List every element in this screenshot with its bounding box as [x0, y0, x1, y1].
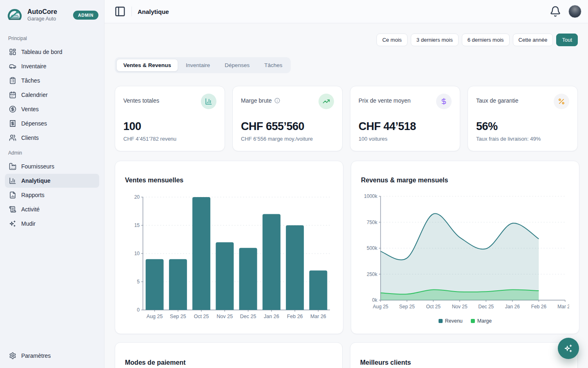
svg-text:500k: 500k [367, 245, 378, 251]
stat-icon [554, 94, 569, 109]
sidebar-item-taches[interactable]: Tâches [5, 74, 99, 88]
sidebar-item-analytique[interactable]: Analytique [5, 174, 99, 188]
admin-badge: ADMIN [73, 11, 98, 20]
sidebar-item-parametres[interactable]: Paramètres [5, 349, 99, 363]
main-area: Analytique Ce mois3 derniers mois6 derni… [105, 0, 588, 368]
sidebar-item-label: Mudir [21, 220, 36, 227]
sidebar-item-ventes[interactable]: Ventes [5, 102, 99, 116]
bar-mar-26[interactable] [309, 270, 327, 310]
svg-text:Feb 26: Feb 26 [531, 304, 547, 310]
tab-inventaire[interactable]: Inventaire [179, 59, 217, 72]
sidebar-item-label: Clients [21, 135, 39, 141]
avatar[interactable] [568, 5, 581, 18]
topbar: Analytique [105, 0, 588, 23]
stat-value: 100 [123, 120, 216, 133]
sidebar-item-label: Tâches [21, 77, 40, 84]
legend-label: Marge [477, 318, 492, 324]
users-icon [9, 134, 16, 141]
circle-dollar-icon [9, 105, 16, 113]
svg-text:Sep 25: Sep 25 [170, 314, 186, 319]
bar-jan-26[interactable] [263, 214, 281, 310]
filter-button-cette-annee[interactable]: Cette année [513, 34, 553, 46]
sparkles-icon [564, 344, 573, 353]
sidebar-item-clients[interactable]: Clients [5, 131, 99, 145]
tab-depenses[interactable]: Dépenses [218, 59, 256, 72]
tab-taches[interactable]: Tâches [257, 59, 289, 72]
car-icon [9, 63, 16, 70]
svg-text:Aug 25: Aug 25 [147, 314, 163, 319]
bar-oct-25[interactable] [192, 197, 210, 310]
brand-name: AutoCore [27, 8, 57, 16]
stat-cards-row: Ventes totales100CHF 4’451’782 revenuMar… [115, 86, 578, 151]
users-icon [9, 134, 16, 141]
bar-chart-icon [205, 98, 212, 105]
svg-text:Nov 25: Nov 25 [452, 304, 468, 310]
bottom-cards-row: Modes de paiement Meilleurs clients [115, 342, 578, 368]
svg-text:Aug 25: Aug 25 [373, 304, 388, 310]
filter-button-6-derniers-mois[interactable]: 6 derniers mois [462, 34, 510, 46]
monthly-sales-bar-chart: 05101520Aug 25Sep 25Oct 25Nov 25Dec 25Ja… [125, 191, 333, 326]
sparkles-icon [564, 344, 573, 353]
panel-left-icon [114, 6, 126, 17]
stat-label: Taux de garantie [476, 94, 519, 104]
sidebar-toggle-button[interactable] [114, 6, 126, 17]
chart-title: Ventes mensuelles [125, 177, 333, 184]
bar-aug-25[interactable] [146, 259, 164, 310]
info-icon[interactable] [274, 98, 280, 103]
bar-dec-25[interactable] [239, 248, 257, 310]
stat-subtext: Taux frais de livraison: 49% [476, 136, 569, 142]
bar-feb-26[interactable] [286, 225, 304, 310]
stat-label: Ventes totales [123, 94, 159, 104]
tab-bar: Ventes & RevenusInventaireDépensesTâches [115, 57, 291, 73]
car-icon [9, 63, 16, 70]
bar-chart-icon [9, 177, 16, 184]
filter-button-3-derniers-mois[interactable]: 3 derniers mois [411, 34, 459, 46]
receipt-icon [9, 120, 16, 127]
stat-card-marge-brute: Marge bruteCHF 655’560CHF 6’556 marge mo… [232, 86, 343, 151]
scroll-icon [9, 206, 16, 213]
chart-legend: RevenuMarge [361, 318, 569, 324]
svg-text:15: 15 [134, 222, 140, 228]
sidebar-item-tableau-de-bord[interactable]: Tableau de bord [5, 45, 99, 59]
page-title: Analytique [138, 8, 169, 15]
svg-text:0k: 0k [372, 297, 378, 303]
gear-icon [9, 352, 16, 359]
time-filter-group: Ce mois3 derniers mois6 derniers moisCet… [115, 34, 578, 46]
svg-text:Dec 25: Dec 25 [240, 314, 256, 319]
info-icon [274, 98, 280, 103]
bar-sep-25[interactable] [169, 259, 187, 310]
sidebar-item-label: Activité [21, 206, 40, 213]
filter-button-ce-mois[interactable]: Ce mois [376, 34, 408, 46]
sidebar-item-mudir[interactable]: Mudir [5, 217, 99, 231]
legend-item-revenu[interactable]: Revenu [439, 318, 463, 324]
receipt-icon [9, 120, 16, 127]
revenue-margin-area-chart: 0k250k500k750k1000kAug 25Sep 25Oct 25Nov… [361, 191, 569, 315]
sidebar-item-depenses[interactable]: Dépenses [5, 117, 99, 130]
stat-value: CHF 655’560 [241, 120, 334, 133]
bar-nov-25[interactable] [216, 242, 234, 310]
percent-icon [558, 98, 565, 105]
calendar-icon [9, 91, 16, 99]
tab-ventes-revenus[interactable]: Ventes & Revenus [116, 59, 178, 72]
stat-subtext: CHF 6’556 marge moy./voiture [241, 136, 334, 142]
stat-label: Marge brute [241, 94, 280, 104]
legend-item-marge[interactable]: Marge [471, 318, 492, 324]
top-customers-card: Meilleurs clients [350, 342, 578, 368]
legend-swatch [439, 319, 443, 323]
sidebar-item-activite[interactable]: Activité [5, 202, 99, 216]
stat-subtext: CHF 4’451’782 revenu [123, 136, 216, 142]
sidebar-item-rapports[interactable]: Rapports [5, 188, 99, 202]
filter-button-tout[interactable]: Tout [556, 34, 578, 46]
stat-label: Prix de vente moyen [359, 94, 411, 104]
notifications-button[interactable] [550, 6, 561, 17]
calendar-icon [9, 91, 16, 99]
sidebar-item-fournisseurs[interactable]: Fournisseurs [5, 159, 99, 173]
sidebar-item-inventaire[interactable]: Inventaire [5, 59, 99, 73]
assistant-fab-button[interactable] [558, 338, 579, 359]
legend-swatch [471, 319, 475, 323]
sidebar-nav: PrincipalTableau de bordInventaireTâches… [5, 31, 99, 231]
sparkles-icon [9, 220, 16, 227]
stat-card-ventes-totales: Ventes totales100CHF 4’451’782 revenu [115, 86, 225, 151]
sidebar-item-calendrier[interactable]: Calendrier [5, 88, 99, 102]
area-revenu [381, 213, 539, 300]
